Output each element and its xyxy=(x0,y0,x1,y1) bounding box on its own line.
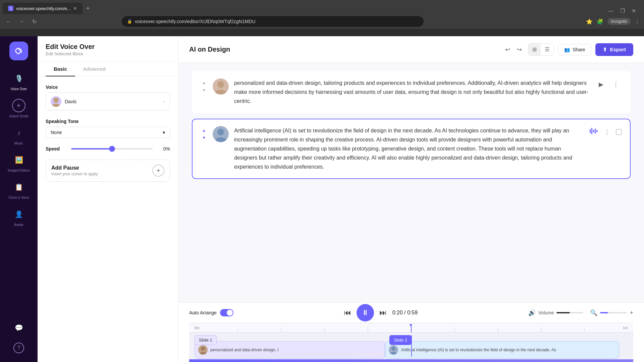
project-title: AI on Design xyxy=(189,46,498,53)
menu-button[interactable]: ⋮ xyxy=(635,18,640,25)
slide-block-1[interactable]: ▲ ▼ personalized and data-driven desig xyxy=(192,71,631,113)
sidebar-label-import-script: Import Script xyxy=(9,114,29,118)
export-label: Export xyxy=(610,47,626,52)
minimize-button[interactable]: — xyxy=(608,8,613,14)
tab-basic[interactable]: Basic xyxy=(46,62,75,76)
slide-1-play-button[interactable]: ▶ xyxy=(595,78,607,90)
sidebar-item-import-script[interactable]: + Import Script xyxy=(5,96,32,121)
comments-icon: 💬 xyxy=(12,321,25,335)
avatar-icon: 👤 xyxy=(12,207,25,221)
track-block-1[interactable]: personalized and data-driven design, t xyxy=(195,341,385,359)
volume-slider[interactable] xyxy=(556,312,583,313)
sidebar-item-clone-voice[interactable]: 📋 Clone a Voice xyxy=(5,177,32,203)
grid-view-button[interactable]: ⊞ xyxy=(528,44,541,55)
tone-value: None xyxy=(51,130,62,135)
slide-2-down-arrow[interactable]: ▼ xyxy=(201,135,207,141)
timeline-ruler: 0m 1m xyxy=(189,323,633,333)
tab-close-button[interactable]: ✕ xyxy=(73,6,77,11)
svg-point-0 xyxy=(53,98,59,103)
app-logo[interactable] xyxy=(9,42,28,60)
address-bar[interactable]: 🔒 voiceover.speechify.com/editor/XIJlDNq… xyxy=(122,16,424,27)
list-view-button[interactable]: ☰ xyxy=(541,44,553,55)
undo-button[interactable]: ↩ xyxy=(503,44,512,55)
slide-1-marker-wrapper: Slide 1 xyxy=(195,335,217,345)
auto-arrange-toggle[interactable] xyxy=(220,309,233,316)
slide-block-2[interactable]: ▲ ▼ Artificial intelligence (AI) is se xyxy=(192,119,631,179)
skip-forward-button[interactable]: ⏭ xyxy=(379,308,387,317)
app-container: 🎙️ Voice Over + Import Script ♪ Music 🖼️… xyxy=(0,36,644,362)
playhead-marker: ▼ xyxy=(409,322,413,328)
player-controls-row: Auto Arrange ⏮ ⏸ ⏭ 0:20 / 0:59 🔊 Volume xyxy=(189,303,633,323)
timeline-track-row: Slide 1 Slide 2 xyxy=(195,335,628,357)
back-button[interactable]: ← xyxy=(4,17,13,26)
zoom-in-button[interactable]: + xyxy=(630,309,633,316)
forward-button[interactable]: → xyxy=(17,17,26,26)
pause-button[interactable]: ⏸ xyxy=(357,304,374,321)
close-window-button[interactable]: ✕ xyxy=(632,8,636,14)
panel-title: Edit Voice Over xyxy=(46,43,170,51)
svg-point-4 xyxy=(217,129,224,135)
sidebar-item-help[interactable]: ? xyxy=(5,339,32,357)
view-toggle: ⊞ ☰ xyxy=(528,43,554,56)
slide-2-more-button[interactable]: ⋮ xyxy=(601,126,613,138)
timeline: 0m 1m xyxy=(189,323,633,359)
browser-tabs: S voiceover.speechify.com/e... ✕ + — ❐ ✕ xyxy=(0,0,644,14)
timeline-playhead-line xyxy=(411,335,412,357)
track-block-2[interactable]: Artificial intelligence (AI) is set to r… xyxy=(385,341,619,359)
bookmark-icon[interactable]: ⭐ xyxy=(586,18,593,25)
tab-title: voiceover.speechify.com/e... xyxy=(16,6,70,11)
sidebar-item-images-videos[interactable]: 🖼️ Images/Videos xyxy=(5,150,32,176)
slide-2-up-arrow[interactable]: ▲ xyxy=(201,127,207,133)
export-button[interactable]: ⬆ Export xyxy=(595,43,633,56)
slide-2-checkbox[interactable] xyxy=(616,129,622,135)
skip-back-button[interactable]: ⏮ xyxy=(344,308,351,317)
auto-arrange-control: Auto Arrange xyxy=(189,309,233,316)
share-button[interactable]: 👥 Share xyxy=(558,44,591,55)
browser-chrome: S voiceover.speechify.com/e... ✕ + — ❐ ✕… xyxy=(0,0,644,36)
voice-field-row: Voice Davis › xyxy=(46,84,170,111)
slide-1-down-arrow[interactable]: ▼ xyxy=(201,87,207,93)
sidebar-item-comments[interactable]: 💬 xyxy=(5,318,32,338)
slide-1-more-button[interactable]: ⋮ xyxy=(610,78,622,90)
sidebar-item-voice-over[interactable]: 🎙️ Voice Over xyxy=(5,68,32,94)
timeline-ticks: 0m 1m xyxy=(195,323,628,332)
browser-window-controls: — ❐ ✕ xyxy=(608,8,641,14)
svg-rect-7 xyxy=(593,130,594,132)
waveform-svg xyxy=(589,126,598,136)
browser-tab[interactable]: S voiceover.speechify.com/e... ✕ xyxy=(3,3,83,14)
new-tab-button[interactable]: + xyxy=(83,3,93,14)
speed-field-row: Speed 0% xyxy=(46,146,170,152)
lock-icon: 🔒 xyxy=(127,19,132,24)
track-2-avatar xyxy=(389,345,398,355)
panel-header: Edit Voice Over Edit Selected Block xyxy=(38,36,178,62)
add-pause-button[interactable]: + xyxy=(152,165,164,177)
speed-slider[interactable] xyxy=(71,148,153,149)
add-pause-row[interactable]: Add Pause Insert your cursor to apply + xyxy=(46,160,170,182)
voice-chevron-icon: › xyxy=(164,99,165,104)
sidebar-item-avatar[interactable]: 👤 Avatar xyxy=(5,204,32,230)
maximize-button[interactable]: ❐ xyxy=(620,8,625,14)
extension-icon[interactable]: 🧩 xyxy=(597,18,603,25)
tab-advanced[interactable]: Advanced xyxy=(75,62,114,76)
slide-1-up-arrow[interactable]: ▲ xyxy=(201,80,207,86)
slide-2-actions: ⋮ xyxy=(589,126,622,138)
zoom-slider[interactable] xyxy=(600,312,627,313)
zoom-out-button[interactable]: 🔍 xyxy=(590,309,597,316)
redo-button[interactable]: ↪ xyxy=(515,44,524,55)
sidebar-item-music[interactable]: ♪ Music xyxy=(5,123,32,148)
content-area[interactable]: ▲ ▼ personalized and data-driven desig xyxy=(178,63,644,302)
svg-rect-9 xyxy=(596,130,597,132)
voice-select[interactable]: Davis › xyxy=(46,93,170,111)
track-2-text: Artificial intelligence (AI) is set to r… xyxy=(401,348,615,352)
waveform-icon[interactable] xyxy=(589,126,598,138)
voice-field-label: Voice xyxy=(46,84,170,90)
sidebar-label-images-videos: Images/Videos xyxy=(8,169,30,172)
slide-2-marker[interactable]: Slide 2 xyxy=(389,335,412,345)
slide-1-marker[interactable]: Slide 1 xyxy=(195,335,217,345)
timeline-tracks: Slide 1 Slide 2 xyxy=(189,333,633,359)
track-1-avatar xyxy=(198,345,208,355)
refresh-button[interactable]: ↻ xyxy=(30,17,39,26)
speaking-tone-select[interactable]: None ▾ xyxy=(46,127,170,138)
volume-icon: 🔊 xyxy=(528,309,536,316)
help-icon: ? xyxy=(13,343,24,353)
